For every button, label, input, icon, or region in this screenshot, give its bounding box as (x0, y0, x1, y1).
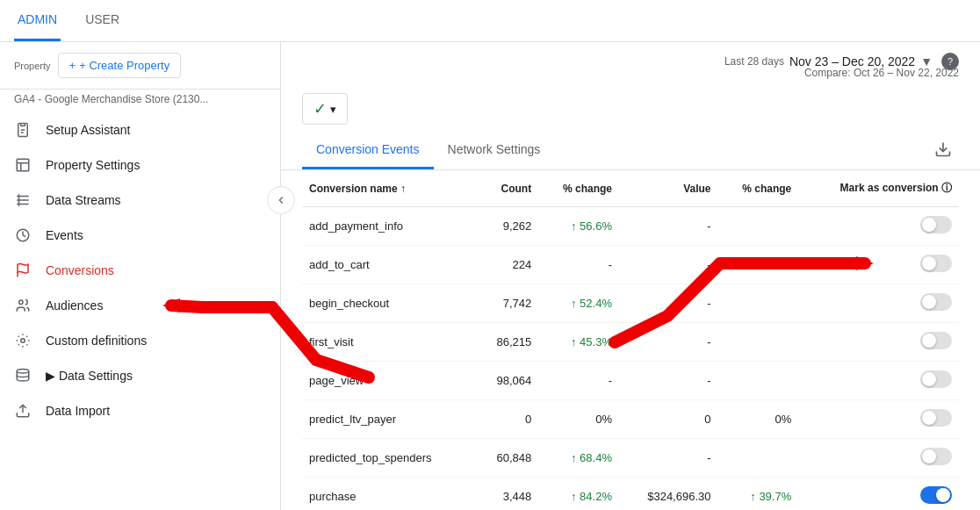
col-count-change: % change (538, 170, 619, 207)
mark-as-conversion-toggle[interactable] (920, 448, 952, 465)
mark-as-conversion-toggle[interactable] (920, 216, 952, 233)
cell-value-change (717, 246, 798, 284)
cell-name: first_visit (302, 323, 476, 362)
cell-count: 86,215 (476, 323, 538, 362)
admin-tab[interactable]: ADMIN (14, 0, 61, 41)
conversions-label: Conversions (46, 263, 114, 277)
cell-count: 3,448 (476, 478, 538, 511)
sidebar-item-setup-assistant[interactable]: Setup Assistant (0, 112, 280, 147)
last-28-days-label: Last 28 days (724, 55, 784, 68)
mark-as-conversion-toggle[interactable] (920, 332, 952, 349)
cell-name: predict_ltv_payer (302, 400, 476, 439)
cell-toggle[interactable] (798, 362, 959, 400)
flag-icon (14, 262, 32, 279)
cell-toggle[interactable] (798, 323, 959, 362)
tab-conversion-events[interactable]: Conversion Events (302, 132, 434, 169)
compare-text: Compare: Oct 26 – Nov 22, 2022 (281, 67, 980, 86)
mark-as-conversion-toggle[interactable] (920, 486, 952, 504)
filter-bar: ✓ ▾ (281, 86, 980, 132)
table-row: add_payment_info9,262↑ 56.6%- (302, 207, 959, 246)
user-tab[interactable]: USER (82, 0, 123, 41)
data-streams-label: Data Streams (46, 193, 121, 207)
cell-name: add_to_cart (302, 246, 476, 284)
sidebar-item-data-streams[interactable]: Data Streams (0, 183, 280, 218)
cell-value: 0 (619, 400, 718, 439)
events-label: Events (46, 228, 83, 242)
cell-value: - (619, 323, 718, 362)
plus-icon: + (69, 59, 76, 72)
svg-rect-0 (21, 124, 25, 126)
cell-count-change: - (538, 246, 619, 284)
cell-value-change (717, 323, 798, 362)
cell-name: add_payment_info (302, 207, 476, 246)
upload-icon (14, 402, 32, 420)
sidebar-item-custom-definitions[interactable]: Custom definitions (0, 323, 280, 358)
svg-rect-3 (17, 159, 29, 171)
filter-dropdown-icon: ▾ (330, 103, 336, 116)
cell-count: 9,262 (476, 207, 538, 246)
cell-toggle[interactable] (798, 207, 959, 246)
data-settings-label: ▶ Data Settings (46, 369, 133, 383)
tab-network-settings[interactable]: Network Settings (434, 132, 555, 169)
cell-toggle[interactable] (798, 284, 959, 323)
sidebar-item-conversions[interactable]: Conversions (0, 253, 280, 288)
col-value-change: % change (717, 170, 798, 207)
cell-count: 98,064 (476, 362, 538, 400)
filter-check-icon: ✓ (313, 99, 327, 119)
mark-as-conversion-toggle[interactable] (920, 293, 952, 311)
table-row: page_view98,064-- (302, 362, 959, 400)
cell-name: purchase (302, 478, 476, 511)
top-navigation: ADMIN USER (0, 0, 980, 42)
sidebar-item-events[interactable]: Events (0, 218, 280, 253)
content-tabs: Conversion Events Network Settings (281, 132, 980, 170)
conversions-table: Conversion name ↑ Count % change Value %… (302, 170, 959, 510)
cell-count: 7,742 (476, 284, 538, 323)
cell-toggle[interactable] (798, 439, 959, 478)
custom-definitions-label: Custom definitions (46, 334, 147, 348)
cell-toggle[interactable] (798, 400, 959, 439)
custom-icon (14, 332, 32, 349)
cell-value: $324,696.30 (619, 478, 718, 511)
events-icon (14, 226, 32, 244)
cell-count-change: ↑ 68.4% (538, 439, 619, 478)
cell-value: - (619, 362, 718, 400)
sidebar-item-data-settings[interactable]: ▶ Data Settings (0, 358, 280, 393)
property-label: Property (14, 61, 51, 71)
create-property-button[interactable]: + + Create Property (58, 53, 182, 78)
mark-as-conversion-toggle[interactable] (920, 409, 952, 427)
mark-as-conversion-toggle[interactable] (920, 370, 952, 388)
cell-count-change: ↑ 84.2% (538, 478, 619, 511)
data-import-label: Data Import (46, 404, 110, 418)
clipboard-icon (14, 121, 32, 139)
cell-count: 224 (476, 246, 538, 284)
mark-as-conversion-toggle[interactable] (920, 255, 952, 272)
filter-button[interactable]: ✓ ▾ (302, 93, 348, 125)
audiences-label: Audiences (46, 298, 103, 312)
cell-toggle[interactable] (798, 246, 959, 284)
database-icon (14, 367, 32, 384)
sidebar: Property + + Create Property GA4 - Googl… (0, 42, 281, 510)
table-row: purchase3,448↑ 84.2%$324,696.30↑ 39.7% (302, 478, 959, 511)
sidebar-item-audiences[interactable]: Audiences (0, 288, 280, 323)
table-row: begin_checkout7,742↑ 52.4%- (302, 284, 959, 323)
property-settings-label: Property Settings (46, 158, 140, 172)
svg-point-20 (17, 370, 29, 374)
streams-icon (14, 191, 32, 209)
cell-value: - (619, 246, 718, 284)
sidebar-collapse-button[interactable] (267, 186, 295, 214)
cell-count: 60,848 (476, 439, 538, 478)
property-name: GA4 - Google Merchandise Store (2130... (0, 90, 280, 112)
cell-value-change (717, 284, 798, 323)
table-icon (14, 156, 32, 174)
cell-value-change: ↑ 39.7% (717, 478, 798, 511)
download-button[interactable] (927, 133, 959, 168)
main-content: Last 28 days Nov 23 – Dec 20, 2022 ▼ ? C… (281, 42, 980, 510)
sidebar-item-property-settings[interactable]: Property Settings (0, 147, 280, 183)
sidebar-item-data-import[interactable]: Data Import (0, 393, 280, 428)
cell-name: page_view (302, 362, 476, 400)
cell-toggle[interactable] (798, 478, 959, 511)
cell-value: - (619, 284, 718, 323)
sidebar-header: Property + + Create Property (0, 42, 280, 90)
svg-point-14 (19, 300, 24, 305)
col-name[interactable]: Conversion name ↑ (302, 170, 476, 207)
